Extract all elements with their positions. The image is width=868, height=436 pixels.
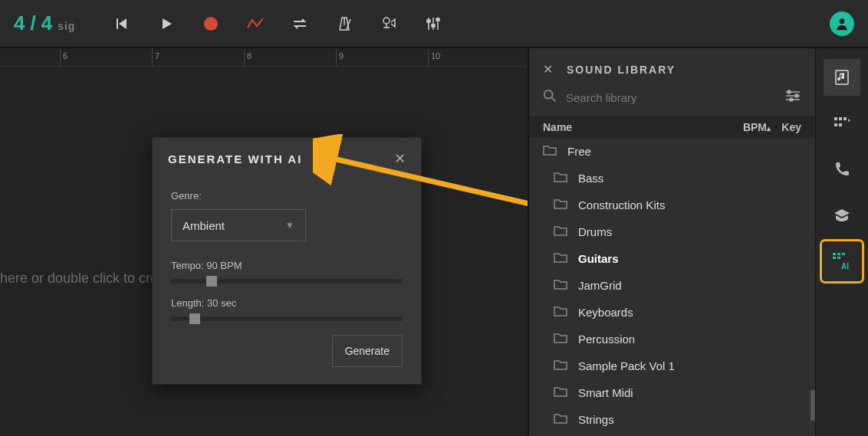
folder-label: Free bbox=[567, 145, 591, 158]
folder-label: Smart Midi bbox=[578, 386, 633, 399]
rail-learn-button[interactable] bbox=[824, 197, 860, 234]
length-thumb[interactable] bbox=[189, 313, 200, 324]
generate-button[interactable]: Generate bbox=[332, 335, 403, 367]
folder-icon bbox=[554, 251, 567, 266]
user-avatar[interactable] bbox=[830, 11, 854, 36]
ruler-tick: 6 bbox=[63, 51, 67, 61]
folder-label: Construction Kits bbox=[578, 198, 665, 211]
folder-row[interactable]: JamGrid bbox=[529, 272, 815, 299]
library-close-button[interactable]: ✕ bbox=[543, 62, 553, 77]
folder-icon bbox=[543, 144, 557, 159]
filter-button[interactable] bbox=[784, 89, 801, 106]
svg-rect-13 bbox=[839, 117, 842, 120]
mic-button[interactable] bbox=[379, 14, 399, 34]
genre-label: Genre: bbox=[171, 190, 403, 202]
dialog-title: GENERATE WITH AI bbox=[168, 152, 302, 166]
library-search-input[interactable] bbox=[566, 91, 775, 104]
ruler-tick: 8 bbox=[247, 51, 252, 61]
ruler-tick: 7 bbox=[155, 51, 159, 61]
folder-row[interactable]: Drums bbox=[529, 218, 815, 245]
folder-icon bbox=[554, 225, 567, 239]
folder-row[interactable]: Construction Kits bbox=[529, 192, 815, 218]
tempo-slider[interactable] bbox=[171, 279, 403, 284]
rail-ai-button[interactable]: AI bbox=[824, 243, 860, 280]
folder-row[interactable]: Bass bbox=[529, 165, 815, 192]
folder-row[interactable]: Strings bbox=[529, 406, 815, 433]
play-button[interactable] bbox=[156, 14, 176, 34]
metronome-button[interactable] bbox=[334, 14, 354, 34]
folder-row[interactable]: Sample Pack Vol 1 bbox=[529, 352, 815, 379]
col-name[interactable]: Name bbox=[543, 121, 734, 133]
tempo-label: Tempo: 90 BPM bbox=[171, 260, 403, 271]
ai-generate-dialog: GENERATE WITH AI ✕ Genre: Ambient ▼ Temp… bbox=[152, 137, 422, 385]
svg-point-7 bbox=[544, 90, 553, 99]
folder-icon bbox=[554, 171, 567, 185]
folder-row[interactable]: Keyboards bbox=[529, 299, 815, 326]
svg-point-5 bbox=[840, 18, 845, 24]
folder-label: Guitars bbox=[578, 252, 619, 265]
rail-library-button[interactable] bbox=[824, 59, 860, 96]
skip-back-button[interactable] bbox=[112, 14, 132, 34]
svg-rect-2 bbox=[427, 20, 430, 22]
genre-value: Ambient bbox=[182, 219, 225, 232]
automation-button[interactable] bbox=[245, 14, 265, 34]
record-icon bbox=[204, 17, 218, 31]
length-label: Length: 30 sec bbox=[171, 297, 403, 309]
dialog-close-button[interactable]: ✕ bbox=[394, 150, 406, 167]
col-key[interactable]: Key bbox=[771, 121, 801, 133]
rail-clips-button[interactable] bbox=[824, 105, 860, 142]
transport-controls bbox=[112, 14, 443, 34]
topbar: 4/4 sig bbox=[0, 0, 868, 48]
folder-icon bbox=[554, 385, 567, 400]
folder-row[interactable]: Guitars bbox=[529, 245, 815, 272]
svg-rect-4 bbox=[436, 18, 439, 21]
chevron-down-icon: ▼ bbox=[285, 220, 294, 231]
svg-rect-0 bbox=[117, 18, 118, 29]
library-title: SOUND LIBRARY bbox=[567, 64, 676, 76]
folder-label: JamGrid bbox=[578, 279, 622, 292]
svg-rect-15 bbox=[834, 123, 837, 126]
svg-rect-21 bbox=[837, 257, 840, 259]
folder-row[interactable]: Smart Midi bbox=[529, 379, 815, 406]
length-slider[interactable] bbox=[171, 316, 403, 321]
loop-button[interactable] bbox=[290, 14, 310, 34]
svg-point-8 bbox=[787, 90, 791, 93]
ruler-tick: 9 bbox=[339, 51, 344, 61]
scrollbar[interactable] bbox=[810, 390, 815, 421]
timeline-ruler[interactable]: 6 7 8 9 10 bbox=[0, 48, 528, 67]
folder-icon bbox=[554, 198, 567, 212]
folder-label: Drums bbox=[578, 225, 612, 238]
folder-icon bbox=[554, 278, 567, 293]
folder-icon bbox=[554, 305, 567, 320]
svg-rect-14 bbox=[843, 117, 847, 120]
folder-label: Strings bbox=[578, 413, 614, 426]
tempo-thumb[interactable] bbox=[206, 276, 217, 287]
library-column-headers[interactable]: Name BPM▴ Key bbox=[529, 116, 815, 138]
empty-hint: here or double click to cre bbox=[0, 270, 158, 287]
time-signature[interactable]: 4/4 sig bbox=[14, 11, 75, 35]
record-button[interactable] bbox=[201, 14, 221, 34]
genre-select[interactable]: Ambient ▼ bbox=[171, 209, 306, 241]
mixer-button[interactable] bbox=[423, 14, 443, 34]
sound-library-panel: ✕ SOUND LIBRARY Name BPM▴ Key FreeBassCo… bbox=[528, 48, 815, 436]
svg-rect-3 bbox=[432, 25, 435, 27]
folder-label: Bass bbox=[578, 172, 603, 185]
rail-phone-button[interactable] bbox=[824, 151, 860, 188]
ruler-tick: 10 bbox=[431, 51, 440, 61]
library-folder-list: FreeBassConstruction KitsDrumsGuitarsJam… bbox=[529, 138, 815, 436]
folder-label: Sample Pack Vol 1 bbox=[578, 359, 675, 372]
timeline-area[interactable]: 6 7 8 9 10 here or double click to cre G… bbox=[0, 48, 528, 436]
timesig-label: sig bbox=[58, 20, 75, 32]
folder-row[interactable]: Free bbox=[529, 138, 815, 165]
folder-icon bbox=[554, 359, 567, 373]
search-icon bbox=[543, 89, 557, 106]
svg-point-1 bbox=[383, 18, 390, 24]
folder-icon bbox=[554, 412, 567, 427]
svg-rect-16 bbox=[839, 123, 842, 126]
right-rail: AI bbox=[815, 48, 868, 436]
folder-label: Keyboards bbox=[578, 306, 633, 319]
folder-row[interactable]: Percussion bbox=[529, 326, 815, 352]
svg-rect-18 bbox=[837, 253, 840, 255]
svg-point-10 bbox=[790, 98, 793, 101]
col-bpm[interactable]: BPM▴ bbox=[734, 121, 771, 133]
